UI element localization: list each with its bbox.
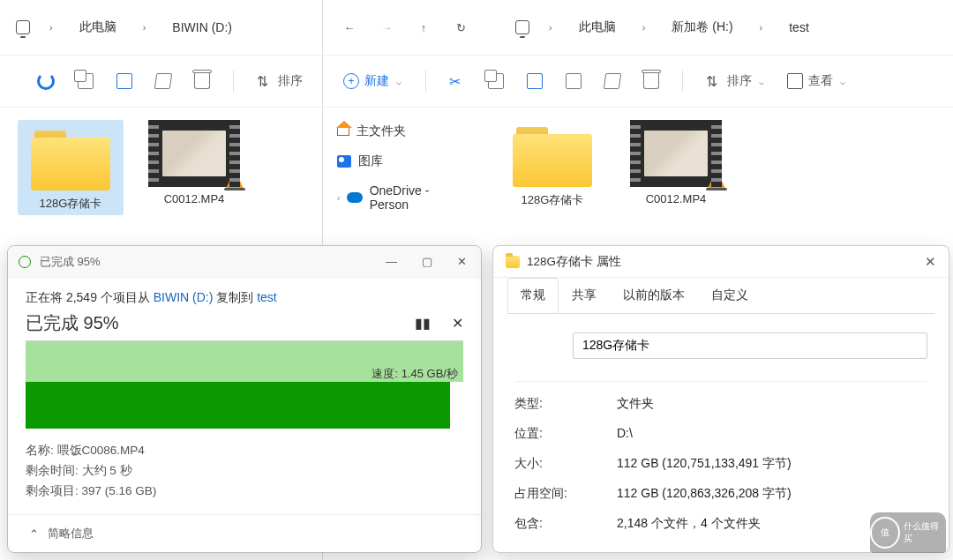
dialog-titlebar[interactable]: 已完成 95% — ▢ ✕ [8, 246, 481, 278]
properties-dialog: 128G存储卡 属性 ✕ 常规 共享 以前的版本 自定义 类型:文件夹 位置:D… [492, 245, 949, 553]
copy-icon[interactable] [488, 73, 504, 89]
breadcrumb-volume[interactable]: 新加卷 (H:) [664, 16, 739, 39]
speed-graph: 速度: 1.45 GB/秒 [26, 340, 463, 429]
breadcrumb-pc[interactable]: 此电脑 [72, 16, 124, 39]
chevron-up-icon: ⌃ [29, 527, 39, 541]
delete-icon[interactable] [643, 73, 659, 89]
video-icon [148, 120, 240, 187]
label-ondisk: 占用空间: [514, 486, 617, 502]
file-label: C0012.MP4 [164, 192, 225, 205]
close-button[interactable]: ✕ [925, 254, 936, 270]
video-item[interactable]: C0012.MP4 [141, 120, 247, 205]
value-ondisk: 112 GB (120,863,326,208 字节) [617, 486, 792, 502]
pause-button[interactable]: ▮▮ [415, 315, 431, 332]
copy-icon[interactable] [78, 73, 94, 89]
label-type: 类型: [514, 396, 617, 412]
folder-item[interactable]: 128G存储卡 [499, 120, 605, 208]
pc-icon[interactable] [515, 20, 529, 34]
back-button[interactable]: ← [339, 17, 360, 38]
progress-icon [19, 256, 31, 268]
tab-bar: 常规 共享 以前的版本 自定义 [493, 278, 949, 313]
value-location: D:\ [617, 426, 633, 442]
view-button[interactable]: 查看⌵ [787, 73, 845, 89]
label-contains: 包含: [514, 516, 617, 532]
home-icon [337, 127, 349, 136]
folder-icon [513, 120, 592, 187]
folder-icon [506, 256, 520, 268]
tab-previous[interactable]: 以前的版本 [610, 278, 698, 313]
separator [233, 71, 234, 92]
dialog-title: 128G存储卡 属性 [527, 254, 621, 270]
tab-custom[interactable]: 自定义 [698, 278, 762, 313]
source-link[interactable]: BIWIN (D:) [154, 290, 214, 304]
up-button[interactable]: ↑ [413, 17, 434, 38]
paste-icon[interactable] [527, 73, 543, 89]
nav-gallery[interactable]: 图库 [326, 146, 478, 176]
nav-onedrive[interactable]: ›OneDrive - Person [326, 176, 478, 219]
rename-icon[interactable] [566, 73, 582, 89]
maximize-button[interactable]: ▢ [422, 255, 432, 268]
dialog-titlebar[interactable]: 128G存储卡 属性 ✕ [493, 246, 949, 278]
new-button[interactable]: +新建⌵ [342, 72, 402, 90]
video-item[interactable]: C0012.MP4 [623, 120, 729, 205]
loading-icon [37, 72, 55, 90]
cut-icon[interactable] [449, 73, 465, 89]
file-grid: 128G存储卡 C0012.MP4 [482, 108, 747, 228]
breadcrumb-pc[interactable]: 此电脑 [572, 16, 623, 39]
copy-details: 名称: 喂饭C0086.MP4 剩余时间: 大约 5 秒 剩余项目: 397 (… [26, 429, 463, 502]
speed-label: 速度: 1.45 GB/秒 [371, 366, 458, 382]
copy-progress-dialog: 已完成 95% — ▢ ✕ 正在将 2,549 个项目从 BIWIN (D:) … [7, 245, 482, 553]
forward-button[interactable]: → [376, 17, 397, 38]
chevron-right-icon: › [46, 22, 56, 33]
breadcrumb-drive[interactable]: BIWIN (D:) [165, 17, 239, 38]
gallery-icon [337, 155, 351, 168]
dest-link[interactable]: test [257, 290, 277, 304]
chevron-right-icon: › [756, 22, 767, 33]
value-type: 文件夹 [617, 396, 654, 412]
separator [682, 71, 683, 92]
file-label: C0012.MP4 [646, 192, 707, 205]
value-size: 112 GB (120,751,133,491 字节) [617, 456, 792, 472]
paste-icon[interactable] [116, 73, 132, 89]
share-icon[interactable] [154, 73, 173, 89]
chevron-right-icon: › [639, 22, 649, 33]
label-size: 大小: [514, 456, 617, 472]
folder-icon [31, 123, 110, 190]
watermark: 值 什么值得买 [870, 512, 946, 553]
chevron-right-icon: › [139, 22, 150, 33]
file-pane: 主文件夹 图库 ›OneDrive - Person 128G存储卡 C0012… [323, 108, 953, 228]
refresh-button[interactable]: ↻ [450, 17, 471, 38]
copy-description: 正在将 2,549 个项目从 BIWIN (D:) 复制到 test [26, 290, 463, 306]
cancel-button[interactable]: ✕ [452, 315, 463, 332]
pc-icon[interactable] [16, 20, 30, 34]
file-grid: 128G存储卡 C0012.MP4 [0, 108, 322, 228]
chevron-right-icon: › [545, 22, 556, 33]
value-contains: 2,148 个文件，4 个文件夹 [617, 516, 761, 532]
separator [425, 71, 426, 92]
share-icon[interactable] [604, 73, 622, 89]
tab-general[interactable]: 常规 [507, 278, 559, 313]
file-label: 128G存储卡 [522, 192, 584, 208]
tab-share[interactable]: 共享 [559, 278, 610, 313]
toolbar: 排序 [0, 55, 322, 108]
toolbar: +新建⌵ 排序⌵ 查看⌵ [323, 55, 953, 108]
properties-body: 类型:文件夹 位置:D:\ 大小:112 GB (120,751,133,491… [507, 313, 934, 539]
breadcrumb-bar: › 此电脑 › BIWIN (D:) [0, 0, 322, 55]
label-location: 位置: [514, 426, 617, 442]
file-label: 128G存储卡 [40, 196, 102, 212]
details-toggle[interactable]: ⌃ 简略信息 [8, 514, 481, 552]
delete-icon[interactable] [194, 73, 210, 89]
breadcrumb-dir[interactable]: test [782, 17, 816, 38]
nav-home[interactable]: 主文件夹 [326, 116, 478, 146]
onedrive-icon [347, 192, 362, 203]
nav-bar: ← → ↑ ↻ › 此电脑 › 新加卷 (H:) › test [323, 0, 953, 55]
folder-item[interactable]: 128G存储卡 [18, 120, 124, 215]
dialog-title: 已完成 95% [40, 254, 101, 270]
sort-button[interactable]: 排序 [257, 73, 303, 89]
minimize-button[interactable]: — [386, 255, 397, 268]
folder-icon [514, 330, 553, 362]
nav-tree: 主文件夹 图库 ›OneDrive - Person [323, 108, 482, 228]
close-button[interactable]: ✕ [457, 255, 467, 268]
sort-button[interactable]: 排序⌵ [706, 73, 764, 89]
folder-name-input[interactable] [573, 332, 927, 359]
